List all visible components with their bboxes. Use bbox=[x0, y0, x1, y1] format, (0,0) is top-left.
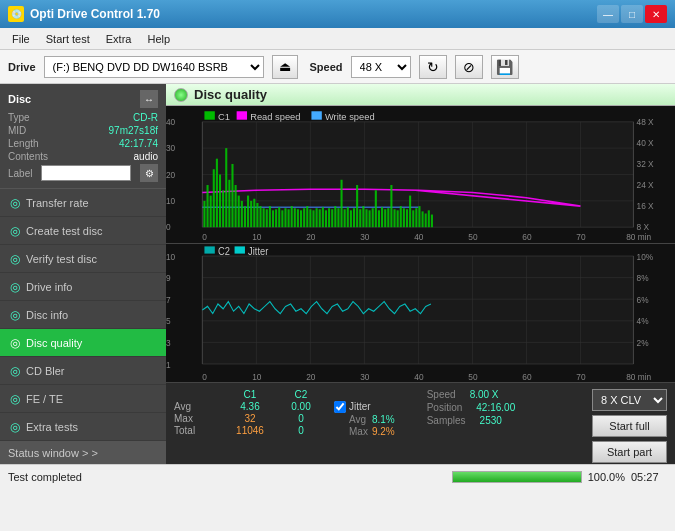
sidebar-item-transfer-rate[interactable]: ◎ Transfer rate bbox=[0, 189, 166, 217]
svg-text:30: 30 bbox=[360, 232, 370, 242]
jitter-avg-value: 8.1% bbox=[372, 414, 395, 425]
sidebar-item-create-test-disc[interactable]: ◎ Create test disc bbox=[0, 217, 166, 245]
svg-text:40 X: 40 X bbox=[637, 138, 654, 148]
svg-text:0: 0 bbox=[202, 232, 207, 242]
stats-total-c1: 11046 bbox=[225, 425, 275, 436]
svg-rect-45 bbox=[213, 169, 215, 227]
disc-mid-label: MID bbox=[8, 125, 26, 136]
svg-text:10: 10 bbox=[252, 371, 261, 382]
svg-rect-55 bbox=[244, 206, 246, 227]
svg-text:30: 30 bbox=[360, 371, 369, 382]
app-title: Opti Drive Control 1.70 bbox=[30, 7, 160, 21]
svg-rect-47 bbox=[219, 175, 221, 228]
sidebar-item-verify-test-disc[interactable]: ◎ Verify test disc bbox=[0, 245, 166, 273]
svg-rect-88 bbox=[347, 207, 349, 227]
svg-rect-63 bbox=[269, 206, 271, 227]
speed-row: Speed 8.00 X bbox=[427, 389, 516, 400]
start-full-button[interactable]: Start full bbox=[592, 415, 667, 437]
jitter-max-label: Max bbox=[349, 426, 368, 437]
nav-items: ◎ Transfer rate ◎ Create test disc ◎ Ver… bbox=[0, 189, 166, 441]
app-icon: 💿 bbox=[8, 6, 24, 22]
svg-text:30: 30 bbox=[166, 143, 176, 153]
start-part-button[interactable]: Start part bbox=[592, 441, 667, 463]
svg-rect-54 bbox=[241, 201, 243, 227]
stats-total-label: Total bbox=[174, 425, 224, 436]
cd-bler-icon: ◎ bbox=[10, 364, 20, 378]
svg-text:40: 40 bbox=[414, 232, 424, 242]
svg-rect-96 bbox=[372, 208, 374, 227]
svg-text:20: 20 bbox=[306, 232, 316, 242]
disc-expand-button[interactable]: ↔ bbox=[140, 90, 158, 108]
test-speed-select[interactable]: 8 X CLV bbox=[592, 389, 667, 411]
menu-help[interactable]: Help bbox=[139, 31, 178, 47]
eject-button[interactable]: ⏏ bbox=[272, 55, 298, 79]
sidebar-item-drive-info[interactable]: ◎ Drive info bbox=[0, 273, 166, 301]
svg-rect-46 bbox=[216, 159, 218, 228]
speed-select[interactable]: 48 X bbox=[351, 56, 411, 78]
erase-button[interactable]: ⊘ bbox=[455, 55, 483, 79]
stats-total-c2: 0 bbox=[276, 425, 326, 436]
svg-text:6%: 6% bbox=[637, 294, 649, 305]
svg-rect-98 bbox=[378, 210, 380, 227]
speed-select-row: 8 X CLV bbox=[592, 389, 667, 411]
svg-rect-85 bbox=[337, 208, 339, 227]
svg-text:24 X: 24 X bbox=[637, 180, 654, 190]
minimize-button[interactable]: — bbox=[597, 5, 619, 23]
menu-start-test[interactable]: Start test bbox=[38, 31, 98, 47]
svg-rect-73 bbox=[300, 210, 302, 227]
maximize-button[interactable]: □ bbox=[621, 5, 643, 23]
drive-select[interactable]: (F:) BENQ DVD DD DW1640 BSRB bbox=[44, 56, 264, 78]
svg-rect-43 bbox=[207, 185, 209, 227]
svg-text:10: 10 bbox=[252, 232, 262, 242]
speed-val: 8.00 X bbox=[470, 389, 499, 400]
disc-mid-row: MID 97m27s18f bbox=[8, 125, 158, 136]
svg-rect-105 bbox=[400, 206, 402, 227]
sidebar-item-disc-quality[interactable]: ◎ Disc quality bbox=[0, 329, 166, 357]
disc-type-label: Type bbox=[8, 112, 30, 123]
sidebar-item-fe-te[interactable]: ◎ FE / TE bbox=[0, 385, 166, 413]
svg-rect-2 bbox=[204, 111, 214, 119]
progress-text: 100.0% bbox=[588, 471, 625, 483]
disc-quality-icon: ◎ bbox=[10, 336, 20, 350]
svg-text:0: 0 bbox=[202, 371, 207, 382]
svg-rect-4 bbox=[237, 111, 247, 119]
jitter-checkbox-area: Jitter Avg 8.1% Max 9.2% bbox=[334, 389, 395, 437]
sidebar-item-cd-bler[interactable]: ◎ CD Bler bbox=[0, 357, 166, 385]
svg-text:32 X: 32 X bbox=[637, 159, 654, 169]
save-button[interactable]: 💾 bbox=[491, 55, 519, 79]
svg-rect-106 bbox=[403, 208, 405, 227]
close-button[interactable]: ✕ bbox=[645, 5, 667, 23]
svg-rect-79 bbox=[319, 209, 321, 227]
sidebar-item-extra-tests[interactable]: ◎ Extra tests bbox=[0, 413, 166, 441]
sidebar-item-disc-info[interactable]: ◎ Disc info bbox=[0, 301, 166, 329]
stats-avg-c1: 4.36 bbox=[225, 401, 275, 412]
svg-rect-78 bbox=[316, 208, 318, 227]
svg-rect-80 bbox=[322, 207, 324, 227]
refresh-button[interactable]: ↻ bbox=[419, 55, 447, 79]
svg-rect-56 bbox=[247, 196, 249, 228]
svg-rect-118 bbox=[204, 246, 214, 253]
menu-extra[interactable]: Extra bbox=[98, 31, 140, 47]
menu-file[interactable]: File bbox=[4, 31, 38, 47]
svg-rect-50 bbox=[228, 180, 230, 227]
svg-text:Write speed: Write speed bbox=[325, 111, 375, 122]
disc-label-input[interactable] bbox=[41, 165, 131, 181]
disc-contents-label: Contents bbox=[8, 151, 48, 162]
svg-rect-104 bbox=[397, 210, 399, 227]
transfer-rate-icon: ◎ bbox=[10, 196, 20, 210]
svg-rect-92 bbox=[359, 209, 361, 227]
jitter-checkbox[interactable] bbox=[334, 401, 346, 413]
svg-rect-74 bbox=[303, 208, 305, 227]
svg-text:3: 3 bbox=[166, 337, 171, 348]
bottom-chart: C2 Jitter bbox=[166, 244, 675, 382]
status-window-button[interactable]: Status window > > bbox=[0, 441, 166, 464]
svg-rect-83 bbox=[331, 209, 333, 227]
disc-label-key: Label bbox=[8, 168, 32, 179]
label-settings-button[interactable]: ⚙ bbox=[140, 164, 158, 182]
speed-position-samples: Speed 8.00 X Position 42:16.00 Samples 2… bbox=[427, 389, 516, 428]
sidebar: Disc ↔ Type CD-R MID 97m27s18f Length 42… bbox=[0, 84, 166, 464]
position-key: Position bbox=[427, 402, 463, 413]
svg-rect-91 bbox=[356, 185, 358, 227]
svg-rect-87 bbox=[344, 209, 346, 227]
content-area: Disc quality C1 Read speed Write speed bbox=[166, 84, 675, 464]
